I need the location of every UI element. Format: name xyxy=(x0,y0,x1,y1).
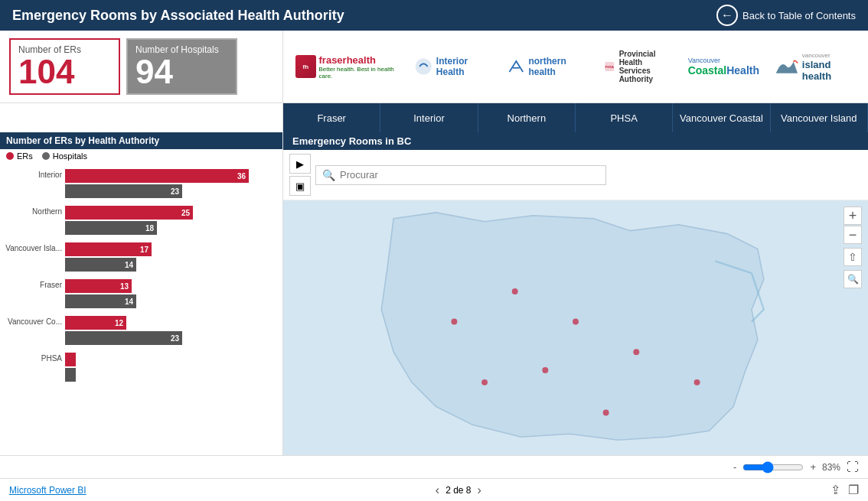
back-arrow-icon: ← xyxy=(716,5,738,26)
bc-map-svg xyxy=(283,200,868,455)
map-toolbar: ▶ ▣ 🔍 xyxy=(283,150,868,200)
legend-hospitals: Hospitals xyxy=(42,151,87,161)
fraser-health-logo: fh fraserhealth Better health. Best in h… xyxy=(295,54,399,80)
bar-interior-er: 36 xyxy=(65,169,249,183)
bar-northern-er: 25 xyxy=(65,206,193,220)
bar-interior-hosp: 23 xyxy=(65,184,182,198)
zoom-decrease-button[interactable]: - xyxy=(733,461,736,473)
map-zoom-controls: + − ⇧ 🔍 xyxy=(844,207,862,288)
page-info: 2 de 8 xyxy=(445,485,471,496)
footer-actions: ⇪ ❐ xyxy=(830,483,859,497)
bar-group-interior: Interior 36 23 xyxy=(65,169,276,198)
bar-fraser-er: 13 xyxy=(65,279,132,293)
chart-title: Number of ERs by Health Authority xyxy=(0,132,282,149)
bar-northern-hosp: 18 xyxy=(65,221,157,235)
zoom-increase-button[interactable]: + xyxy=(810,461,816,473)
share-button[interactable]: ⇪ xyxy=(830,483,840,497)
zoom-in-button[interactable]: + xyxy=(844,207,862,225)
er-stat-card: Number of ERs 104 xyxy=(9,38,120,95)
powerbi-link[interactable]: Microsoft Power BI xyxy=(9,485,86,496)
bar-phsa-hosp xyxy=(65,368,76,382)
tab-northern[interactable]: Northern xyxy=(478,103,576,132)
tab-interior[interactable]: Interior xyxy=(380,103,478,132)
page-title: Emergency Rooms by Associated Health Aut… xyxy=(12,8,344,24)
fraser-logo-text: fraserhealth xyxy=(319,54,400,66)
svg-point-6 xyxy=(633,349,639,355)
northern-health-logo: northern health xyxy=(507,56,588,77)
svg-point-8 xyxy=(481,379,488,386)
bar-group-phsa: PHSA xyxy=(65,353,276,382)
tab-vancouver-island[interactable]: Vancouver Island xyxy=(771,103,868,132)
tab-vancouver-coastal[interactable]: Vancouver Coastal xyxy=(673,103,770,132)
app-header: Emergency Rooms by Associated Health Aut… xyxy=(0,0,868,31)
tab-phsa[interactable]: PHSA xyxy=(576,103,673,132)
map-selection-tool[interactable]: ▶ xyxy=(289,154,311,174)
footer: Microsoft Power BI ‹ 2 de 8 › ⇪ ❐ xyxy=(0,478,868,501)
phsa-logo: PHSA Provincial Health Services Authorit… xyxy=(603,50,672,83)
reset-north-button[interactable]: ⇧ xyxy=(844,248,862,266)
bar-group-northern: Northern 25 18 xyxy=(65,206,276,235)
svg-point-10 xyxy=(451,319,457,325)
svg-point-9 xyxy=(603,410,609,416)
tabs-container: Fraser Interior Northern PHSA Vancouver … xyxy=(283,103,868,132)
bar-phsa-er xyxy=(65,353,76,366)
bar-vancoastal-er: 12 xyxy=(65,316,126,330)
map-rectangle-tool[interactable]: ▣ xyxy=(289,176,311,196)
prev-page-button[interactable]: ‹ xyxy=(436,483,439,497)
zoom-extent-button[interactable]: 🔍 xyxy=(844,270,862,288)
logos-row: fh fraserhealth Better health. Best in h… xyxy=(283,31,868,103)
legend-er: ERs xyxy=(6,151,33,161)
fraser-logo-sub: Better health. Best in health care. xyxy=(319,66,400,80)
bar-group-vancoastal: Vancouver Co... 12 23 xyxy=(65,316,276,345)
bar-group-vanisland: Vancouver Isla... 17 14 xyxy=(65,242,276,272)
bar-vancoastal-hosp: 23 xyxy=(65,331,182,345)
svg-text:PHSA: PHSA xyxy=(605,65,614,69)
fit-to-window-button[interactable]: ⛶ xyxy=(847,460,859,474)
zoom-bar: - + 83% ⛶ xyxy=(0,455,868,478)
svg-point-0 xyxy=(416,58,432,74)
bar-group-fraser: Fraser 13 14 xyxy=(65,279,276,308)
zoom-percent: 83% xyxy=(822,462,840,473)
map-title: Emergency Rooms in BC xyxy=(283,132,868,150)
svg-point-5 xyxy=(512,288,518,294)
er-legend-dot xyxy=(6,152,14,160)
next-page-button[interactable]: › xyxy=(478,483,481,497)
tabs-left-spacer xyxy=(0,103,283,132)
hospital-stat-value: 94 xyxy=(135,55,228,89)
bar-vanisland-er: 17 xyxy=(65,242,152,256)
tab-fraser[interactable]: Fraser xyxy=(283,103,380,132)
chart-legend: ERs Hospitals xyxy=(0,149,282,163)
fullscreen-button[interactable]: ❐ xyxy=(848,483,859,497)
map-search-box[interactable]: 🔍 xyxy=(315,165,606,185)
hospital-stat-card: Number of Hospitals 94 xyxy=(126,38,237,95)
svg-point-4 xyxy=(573,319,579,325)
map-panel: Emergency Rooms in BC ▶ ▣ 🔍 xyxy=(283,132,868,455)
zoom-slider[interactable] xyxy=(742,461,804,473)
bar-fraser-hosp: 14 xyxy=(65,294,136,308)
vancouver-coastal-logo: Vancouver CoastalHealth xyxy=(688,57,759,76)
bar-vanisland-hosp: 14 xyxy=(65,258,136,272)
hospital-legend-dot xyxy=(42,152,50,160)
back-to-toc-button[interactable]: ← Back to Table of Contents xyxy=(716,5,856,26)
er-stat-value: 104 xyxy=(18,55,111,89)
map-area: + − ⇧ 🔍 xyxy=(283,200,868,455)
interior-health-logo: Interior Health xyxy=(414,56,491,77)
zoom-out-button[interactable]: − xyxy=(844,226,862,244)
svg-point-7 xyxy=(694,379,700,386)
island-health-logo: vancouver island health xyxy=(775,52,856,82)
svg-point-11 xyxy=(542,367,548,373)
pagination: ‹ 2 de 8 › xyxy=(436,483,481,497)
search-icon: 🔍 xyxy=(322,169,335,181)
map-search-input[interactable] xyxy=(340,169,599,181)
bar-chart: Interior 36 23 Northern 25 18 xyxy=(0,163,282,455)
